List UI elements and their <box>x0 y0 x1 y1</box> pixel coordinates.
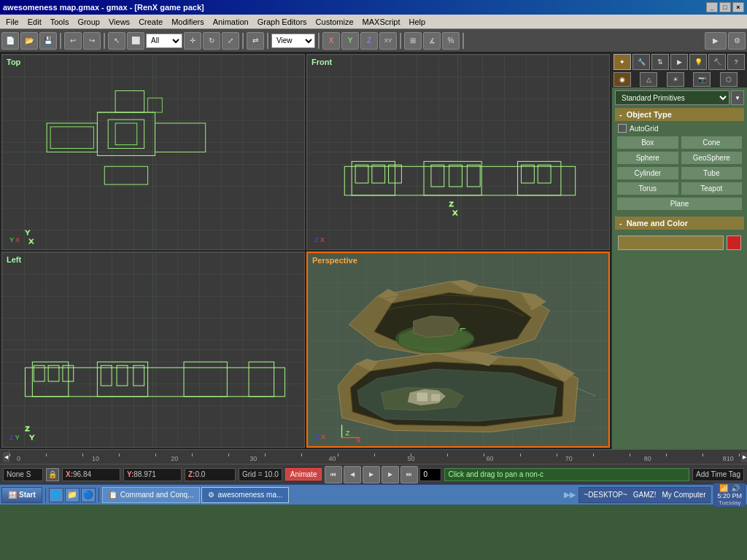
viewport-front-label: Front <box>311 58 332 66</box>
taskbar-browser-icon[interactable]: 🌐 <box>49 488 63 502</box>
menu-modifiers[interactable]: Modifiers <box>167 16 209 28</box>
y-label: Y: <box>127 470 133 478</box>
menu-views[interactable]: Views <box>104 16 134 28</box>
menu-group[interactable]: Group <box>73 16 104 28</box>
svg-rect-2 <box>97 112 155 155</box>
dropdown-arrow-icon[interactable]: ▼ <box>731 90 744 105</box>
select-region-button[interactable]: ⬜ <box>127 32 144 50</box>
view-dropdown[interactable]: View <box>271 34 315 48</box>
next-frame-button[interactable]: ⏭ <box>400 466 418 483</box>
taskbar-folder-icon[interactable]: 📁 <box>65 488 80 502</box>
close-button[interactable]: × <box>732 2 744 12</box>
start-button[interactable]: 🪟 Start <box>1 487 42 503</box>
move-button[interactable]: ✛ <box>184 32 201 50</box>
panel-content: Standard Primitives ▼ - Object Type Auto… <box>612 88 747 449</box>
panel-tab-create[interactable]: ✦ <box>614 54 631 70</box>
panel-subtab-geo[interactable]: ◉ <box>614 72 631 87</box>
select-button[interactable]: ↖ <box>108 32 125 50</box>
x-axis-button[interactable]: X <box>322 32 340 50</box>
menu-create[interactable]: Create <box>134 16 167 28</box>
viewport-perspective[interactable]: Perspective <box>306 252 610 448</box>
menu-maxscript[interactable]: MAXScript <box>358 16 405 28</box>
render-button[interactable]: ▶ <box>705 32 727 50</box>
panel-tab-modify[interactable]: 🔧 <box>632 54 650 70</box>
save-button[interactable]: 💾 <box>39 32 57 50</box>
maximize-button[interactable]: □ <box>719 2 731 12</box>
gamz-label[interactable]: GAMZ! <box>633 491 657 499</box>
toolbar-separator-2 <box>104 33 105 49</box>
selection-lock-icon[interactable]: 🔒 <box>46 468 59 481</box>
xy-button[interactable]: XY <box>379 32 397 50</box>
menu-help[interactable]: Help <box>405 16 430 28</box>
menu-animation[interactable]: Animation <box>209 16 253 28</box>
new-button[interactable]: 📄 <box>1 32 19 50</box>
prev-key-button[interactable]: ◀ <box>344 466 361 483</box>
panel-tab-extra[interactable]: ? <box>727 54 745 70</box>
tray-day: Tuesday <box>719 499 740 506</box>
panel-subtab-cameras[interactable]: 📷 <box>693 72 711 87</box>
ruler-right-arrow[interactable]: ▶ <box>741 452 747 462</box>
taskbar-extra-icon[interactable]: 🔵 <box>81 488 96 502</box>
tube-button[interactable]: Tube <box>681 166 743 180</box>
viewport-front[interactable]: Front <box>306 54 610 250</box>
undo-button[interactable]: ↩ <box>64 32 82 50</box>
snap-button[interactable]: ⊞ <box>404 32 422 50</box>
viewport-left[interactable]: Left <box>1 252 305 448</box>
panel-subtab-shapes[interactable]: △ <box>640 72 657 87</box>
ruler-left-arrow[interactable]: ◀ <box>3 452 9 462</box>
computer-label[interactable]: My Computer <box>662 491 705 499</box>
prev-frame-button[interactable]: ⏮ <box>325 466 342 483</box>
plane-button[interactable]: Plane <box>616 197 743 211</box>
teapot-button[interactable]: Teapot <box>681 182 743 195</box>
y-axis-button[interactable]: Y <box>341 32 359 50</box>
panel-subtab-lights[interactable]: ☀ <box>667 72 684 87</box>
menu-edit[interactable]: Edit <box>23 16 46 28</box>
panel-tab-utilities[interactable]: 🔨 <box>708 54 726 70</box>
name-color-header[interactable]: - Name and Color <box>615 217 744 230</box>
mirror-button[interactable]: ⇄ <box>247 32 264 50</box>
torus-button[interactable]: Torus <box>616 182 679 195</box>
panel-tab-motion[interactable]: ▶ <box>670 54 688 70</box>
geosphere-button[interactable]: GeoSphere <box>681 151 743 165</box>
redo-button[interactable]: ↪ <box>83 32 101 50</box>
add-time-tag[interactable]: Add Time Tag <box>692 468 744 481</box>
next-key-button[interactable]: ▶ <box>382 466 399 483</box>
svg-rect-52 <box>431 394 440 401</box>
menu-graph-editors[interactable]: Graph Editors <box>253 16 311 28</box>
z-coord-field: Z: 0.0 <box>185 468 236 481</box>
z-axis-button[interactable]: Z <box>360 32 378 50</box>
sphere-button[interactable]: Sphere <box>616 151 679 165</box>
angle-snap-button[interactable]: ∡ <box>423 32 441 50</box>
taskbar-window-command[interactable]: 📋 Command and Conq... <box>102 487 201 503</box>
svg-rect-35 <box>97 362 147 396</box>
object-type-header[interactable]: - Object Type <box>615 108 744 121</box>
panel-tab-hierarchy[interactable]: ⇅ <box>651 54 669 70</box>
rotate-button[interactable]: ↻ <box>203 32 220 50</box>
autogrid-checkbox[interactable] <box>618 124 627 133</box>
animate-button[interactable]: Animate <box>285 468 322 481</box>
panel-subtab-helpers[interactable]: ⬡ <box>720 72 738 87</box>
cone-button[interactable]: Cone <box>681 136 743 149</box>
minimize-button[interactable]: _ <box>706 2 718 12</box>
play-button[interactable]: ▶ <box>363 466 380 483</box>
primitive-type-dropdown[interactable]: Standard Primitives <box>615 90 729 105</box>
statusbar: None S 🔒 X: 96.84 Y: 88.971 Z: 0.0 Grid … <box>0 464 747 484</box>
panel-tab-display[interactable]: 💡 <box>689 54 707 70</box>
color-swatch[interactable] <box>727 236 741 250</box>
render-settings-button[interactable]: ⚙ <box>728 32 746 50</box>
viewport-top[interactable]: Top <box>1 54 305 250</box>
menu-customize[interactable]: Customize <box>311 16 358 28</box>
taskbar-window-gmax[interactable]: ⚙ awesomeness ma... <box>201 487 289 503</box>
desktop-label[interactable]: ~DESKTOP~ <box>584 491 627 499</box>
box-button[interactable]: Box <box>616 136 679 149</box>
object-name-input[interactable] <box>618 236 724 250</box>
titlebar-buttons[interactable]: _ □ × <box>706 2 744 12</box>
open-button[interactable]: 📂 <box>20 32 38 50</box>
menu-tools[interactable]: Tools <box>46 16 74 28</box>
menu-file[interactable]: File <box>1 16 23 28</box>
frame-counter[interactable]: 0 <box>419 468 441 481</box>
scale-button[interactable]: ⤢ <box>222 32 239 50</box>
cylinder-button[interactable]: Cylinder <box>616 166 679 180</box>
percent-snap-button[interactable]: % <box>442 32 460 50</box>
filter-dropdown[interactable]: All <box>146 34 182 48</box>
